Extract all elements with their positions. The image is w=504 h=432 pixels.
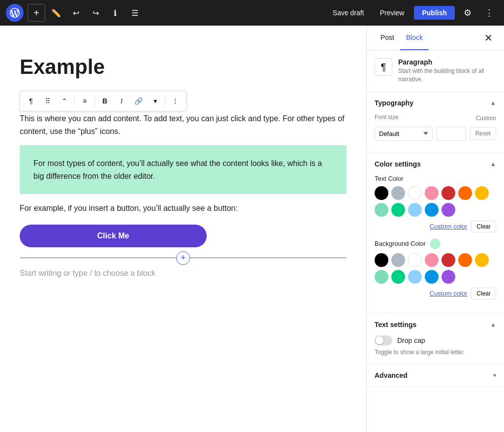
text-color-blue[interactable] [425,203,439,217]
info-button[interactable]: ℹ [106,4,124,22]
text-color-light-blue[interactable] [408,203,422,217]
more-options-button[interactable]: ⋮ [480,4,498,22]
toolbar-divider-3 [165,95,165,107]
bg-color-actions: Custom color Clear [375,288,496,299]
sidebar: Post Block ✕ ¶ Paragraph Start with the … [366,26,504,432]
bg-color-pink[interactable] [425,253,439,267]
add-block-button[interactable]: + [28,4,45,22]
main-layout: Example ¶ ⠿ ⌃ ≡ B I 🔗 ▾ [0,26,504,432]
block-toolbar-wrap: ¶ ⠿ ⌃ ≡ B I 🔗 ▾ ⋮ [20,91,346,111]
font-size-select[interactable]: Default Small Normal Large Huge [375,127,433,141]
bg-color-purple[interactable] [441,270,455,284]
drag-handle-button[interactable]: ⠿ [40,93,56,109]
paragraph-text[interactable]: This is where you can add content. To ad… [20,112,346,137]
advanced-title: Advanced [375,371,408,379]
text-color-white[interactable] [408,186,422,200]
drop-cap-description: Toggle to show a large initial letter. [375,348,496,357]
add-block-inline-button[interactable]: + [176,251,190,265]
bold-button[interactable]: B [97,93,113,109]
move-up-down-button[interactable]: ⌃ [57,93,72,109]
advanced-collapse-icon: ▾ [493,372,496,379]
font-size-row-inputs: Default Small Normal Large Huge Reset [375,127,496,141]
bg-color-blue[interactable] [425,270,439,284]
callout-text: For most types of content, you’ll actual… [33,157,333,182]
link-button[interactable]: 🔗 [130,93,146,109]
bg-color-gray[interactable] [391,253,405,267]
click-me-button[interactable]: Click Me [20,225,207,247]
bg-color-selected-swatch [430,238,441,249]
drop-cap-toggle[interactable] [375,335,392,345]
block-toolbar: ¶ ⠿ ⌃ ≡ B I 🔗 ▾ ⋮ [20,91,187,111]
more-rich-text-button[interactable]: ▾ [147,93,163,109]
post-title[interactable]: Example [20,55,346,79]
align-button[interactable]: ≡ [77,93,93,109]
publish-button[interactable]: Publish [414,6,455,20]
sidebar-tabs: Post Block ✕ [367,26,504,50]
text-custom-color-link[interactable]: Custom color [430,223,468,230]
bg-color-orange[interactable] [458,253,472,267]
text-color-black[interactable] [375,186,388,200]
paragraph-icon-button[interactable]: ¶ [23,93,39,109]
tab-post[interactable]: Post [375,26,400,50]
text-color-gray[interactable] [391,186,405,200]
color-settings-header[interactable]: Color settings ▲ [367,153,504,175]
typography-title: Typography [375,99,413,107]
editor-content: Example ¶ ⠿ ⌃ ≡ B I 🔗 ▾ [0,55,366,278]
block-more-options-button[interactable]: ⋮ [167,93,183,109]
text-settings-section: Text settings ▲ Drop cap Toggle to show … [367,314,504,365]
text-color-grid [375,186,496,217]
click-me-wrap: Click Me [20,225,346,247]
save-draft-button[interactable]: Save draft [327,6,370,20]
start-writing-placeholder[interactable]: Start writing or type / to choose a bloc… [20,269,346,278]
bg-color-white[interactable] [408,253,422,267]
reset-font-size-button[interactable]: Reset [470,127,496,140]
list-view-button[interactable]: ☰ [126,4,144,22]
text-color-red[interactable] [441,186,455,200]
color-settings-content: Text Color Custom color [367,175,504,313]
bg-color-clear-button[interactable]: Clear [471,288,496,299]
toolbar-divider-1 [74,95,75,107]
bg-custom-color-link[interactable]: Custom color [430,290,468,297]
block-info: ¶ Paragraph Start with the building bloc… [367,50,504,92]
settings-button[interactable]: ⚙ [459,4,476,22]
tab-block[interactable]: Block [400,26,429,50]
callout-block[interactable]: For most types of content, you’ll actual… [20,145,346,194]
text-color-clear-button[interactable]: Clear [471,221,496,233]
bg-color-green[interactable] [391,270,405,284]
advanced-section-header[interactable]: Advanced ▾ [367,365,504,386]
block-name: Paragraph [398,58,496,66]
bg-color-grid [375,253,496,284]
bg-color-yellow[interactable] [475,253,489,267]
bg-color-red[interactable] [441,253,455,267]
button-example-text[interactable]: For example, if you insert a button, you… [20,202,346,215]
text-color-purple[interactable] [441,203,455,217]
edit-icon-button[interactable]: ✏️ [47,4,65,22]
text-color-pink[interactable] [425,186,439,200]
separator-line-right [190,258,346,258]
text-color-actions: Custom color Clear [375,221,496,233]
custom-size-input[interactable] [437,127,466,141]
font-size-row-labels: Font size Custom [375,114,496,123]
wp-logo[interactable] [6,4,24,22]
text-color-yellow[interactable] [475,186,489,200]
bg-color-black[interactable] [375,253,388,267]
preview-button[interactable]: Preview [374,6,410,20]
text-settings-header[interactable]: Text settings ▲ [367,314,504,335]
text-color-green[interactable] [391,203,405,217]
text-color-mint[interactable] [375,203,388,217]
bg-color-light-blue[interactable] [408,270,422,284]
bg-color-mint[interactable] [375,270,388,284]
typography-section-header[interactable]: Typography ▲ [367,92,504,114]
drop-cap-label: Drop cap [397,336,425,344]
sidebar-close-button[interactable]: ✕ [480,30,496,46]
bg-color-label: Background Color [375,238,496,249]
italic-button[interactable]: I [114,93,129,109]
block-info-text: Paragraph Start with the building block … [398,58,496,84]
paragraph-block-icon: ¶ [375,58,392,76]
redo-button[interactable]: ↪ [87,4,104,22]
text-color-orange[interactable] [458,186,472,200]
undo-button[interactable]: ↩ [67,4,85,22]
separator-line-left [20,258,176,258]
text-settings-title: Text settings [375,321,416,329]
color-settings-section: Color settings ▲ Text Color [367,153,504,314]
